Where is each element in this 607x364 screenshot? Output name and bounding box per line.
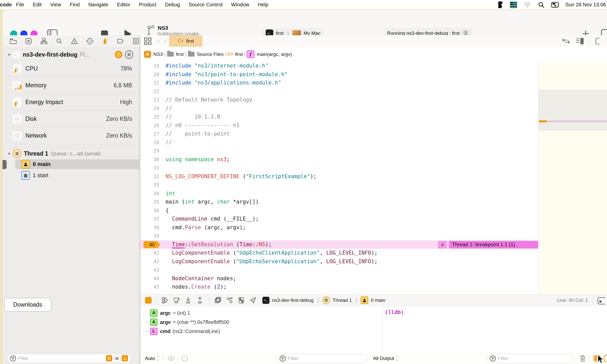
gauge-row-memory[interactable]: Memory6,8 MB <box>13 77 139 94</box>
code-review-icon[interactable] <box>562 38 570 44</box>
project-app-icon[interactable]: A <box>144 51 151 58</box>
step-over-button[interactable] <box>172 296 181 305</box>
gauge-row-cpu[interactable]: CPU78% <box>13 60 139 77</box>
line-number[interactable]: 33 <box>140 181 159 189</box>
menu-item-view[interactable]: View <box>46 2 66 8</box>
info-icon[interactable]: i <box>182 355 188 362</box>
line-number[interactable]: 20 <box>140 70 159 79</box>
jump-frame[interactable]: 0 main <box>371 297 385 303</box>
code-line-25[interactable]: 25// 10.1.1.0 <box>140 113 538 121</box>
line-number[interactable]: 23 <box>140 96 159 104</box>
thread-view-icon[interactable] <box>125 51 133 59</box>
code-line-38[interactable]: 38 cmd.Parse (argc, argv); <box>140 223 538 232</box>
input-flag-icon[interactable] <box>510 1 517 8</box>
line-number[interactable]: 45 <box>140 283 159 291</box>
disclosure-chevron-icon[interactable]: ▾ <box>8 151 10 156</box>
source-control-icon[interactable] <box>25 38 32 45</box>
code-line-26[interactable]: 26// n0 -------------- n1 <box>140 121 538 130</box>
crumb-target[interactable]: first <box>176 52 184 57</box>
code-line-24[interactable]: 24// <box>140 104 538 113</box>
breakpoints-toggle-button[interactable] <box>145 297 152 304</box>
gauge-row-disk[interactable]: DiskZero KB/s <box>13 111 139 127</box>
code-line-22[interactable]: 22 <box>140 87 538 96</box>
console-view[interactable] <box>382 306 607 353</box>
code-line-34[interactable]: 34int <box>140 189 538 198</box>
line-number[interactable]: 36 <box>140 206 159 215</box>
hierarchy-filter-icon[interactable] <box>122 355 128 361</box>
line-number[interactable]: 41 <box>140 249 159 257</box>
source-editor[interactable]: 19#include "ns3/internet-module.h"20#inc… <box>140 62 538 294</box>
line-number[interactable]: 34 <box>140 189 159 198</box>
line-number[interactable]: 32 <box>140 172 159 181</box>
line-number[interactable]: 28 <box>140 138 159 147</box>
breakpoint-filter-field[interactable]: Filter <box>7 354 131 363</box>
code-line-23[interactable]: 23// Default Network Topology <box>140 96 538 104</box>
report-navigator-icon[interactable] <box>132 38 139 45</box>
line-number[interactable]: 19 <box>140 62 159 70</box>
menu-item-find[interactable]: Find <box>66 2 84 8</box>
debug-navigator-icon[interactable] <box>102 38 109 45</box>
code-line-43[interactable]: 43 <box>140 266 538 274</box>
minimap-options-icon[interactable] <box>576 38 584 45</box>
menu-item-navigate[interactable]: Navigate <box>84 2 113 8</box>
crumb-project[interactable]: NS3 <box>153 52 163 57</box>
line-number[interactable]: 31 <box>140 164 159 172</box>
stack-frame-1[interactable]: 1 start <box>21 171 48 180</box>
line-number[interactable]: 30 <box>140 155 159 164</box>
variable-row-cmd[interactable]: ›Lcmd(ns3::CommandLine) <box>140 327 382 336</box>
performance-gauge-icon[interactable] <box>115 51 122 58</box>
line-number[interactable]: 37 <box>140 215 159 223</box>
line-number[interactable]: 38 <box>140 223 159 232</box>
gauge-row-network[interactable]: NetworkZero KB/s <box>13 127 139 144</box>
test-navigator-icon[interactable] <box>86 38 93 45</box>
back-arrow-icon[interactable]: ‹ <box>157 37 159 45</box>
quicklook-eye-icon[interactable] <box>167 356 175 361</box>
variable-row-argv[interactable]: ›Aargv= (char **) 0x7ffeefbff500 <box>140 318 382 327</box>
spotlight-search-icon[interactable] <box>538 2 545 8</box>
console-filter-field[interactable]: Filter <box>487 354 574 363</box>
code-line-29[interactable]: 29 <box>140 147 538 155</box>
menu-item-editor[interactable]: Editor <box>113 2 135 8</box>
debug-process-row[interactable]: ▾ >_ ns3-dev-first-debug Pl... <box>3 49 139 60</box>
menu-item-file[interactable]: File <box>12 2 28 8</box>
jump-process[interactable]: ns3-dev-first-debug <box>272 297 314 303</box>
menu-item-edit[interactable]: Edit <box>28 2 46 8</box>
line-number[interactable]: 22 <box>140 87 159 96</box>
code-line-42[interactable]: 42 LogComponentEnable ("UdpEchoServerApp… <box>140 257 538 266</box>
variables-filter-field[interactable]: Filter <box>277 354 367 363</box>
line-number[interactable]: 26 <box>140 121 159 130</box>
crumb-group[interactable]: Source Files <box>197 52 224 57</box>
control-center-icon[interactable] <box>551 2 559 8</box>
stack-filter-icon[interactable] <box>114 355 120 362</box>
breakpoint-actions-icon[interactable]: ≡ <box>438 241 447 249</box>
issue-navigator-icon[interactable] <box>71 38 78 45</box>
debug-jump-bar[interactable]: >_ ns3-dev-first-debug 〉 Thread 1 〉 0 ma… <box>262 296 385 304</box>
breakpoint-badge[interactable]: 40 <box>143 241 160 248</box>
simulate-location-button[interactable] <box>249 296 257 305</box>
code-line-45[interactable]: 45 nodes.Create (2); <box>140 283 538 291</box>
line-number[interactable]: 27 <box>140 130 159 138</box>
project-navigator-icon[interactable] <box>10 38 17 45</box>
editor-options-icon[interactable] <box>595 38 599 45</box>
forward-arrow-icon[interactable]: › <box>164 37 166 45</box>
line-number[interactable]: 43 <box>140 266 159 274</box>
line-number[interactable]: 35 <box>140 198 159 206</box>
menu-item-source-control[interactable]: Source Control <box>184 2 227 8</box>
disclosure-chevron-icon[interactable]: › <box>143 320 150 325</box>
breakpoint-thread-tag[interactable]: Thread 1: breakpoint 1.1 (1) <box>449 241 538 249</box>
disclosure-chevron-icon[interactable]: ▾ <box>8 52 10 57</box>
continue-button[interactable] <box>161 296 169 305</box>
line-number[interactable]: 42 <box>140 257 159 266</box>
clear-console-trash-icon[interactable] <box>579 355 586 362</box>
memory-graph-button[interactable] <box>225 296 234 305</box>
symbol-navigator-icon[interactable] <box>40 38 47 45</box>
view-hierarchy-button[interactable] <box>214 296 222 305</box>
tab-first[interactable]: C+ first <box>169 35 202 47</box>
crumb-file[interactable]: first <box>235 52 243 57</box>
environment-overrides-button[interactable] <box>237 296 246 305</box>
dark-app-icon[interactable] <box>497 1 503 8</box>
jump-thread[interactable]: Thread 1 <box>332 297 352 303</box>
code-line-21[interactable]: 21#include "ns3/applications-module.h" <box>140 79 538 87</box>
variables-scope-dropdown[interactable]: Auto ⌃⌄ <box>145 356 159 361</box>
console-output-dropdown[interactable]: All Output ⌃⌄ <box>373 356 398 361</box>
